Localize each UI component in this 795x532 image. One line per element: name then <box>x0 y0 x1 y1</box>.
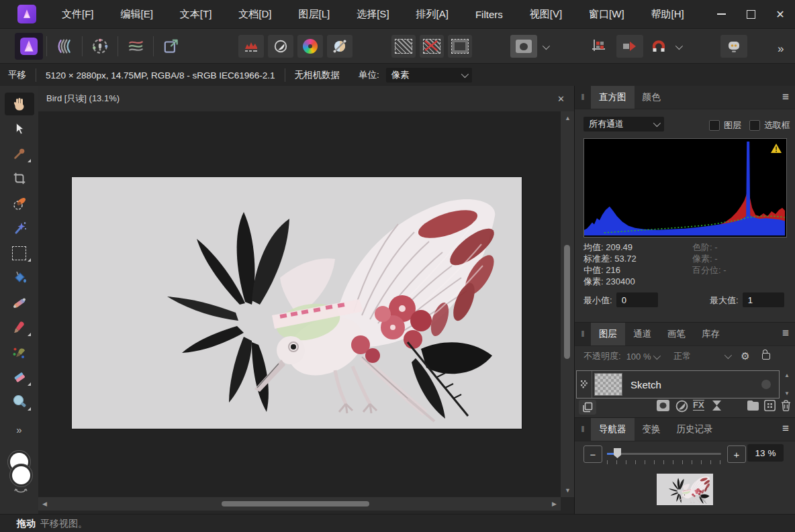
new-layer-button[interactable] <box>764 400 776 411</box>
blend-mode-select[interactable]: 正常 <box>673 350 691 362</box>
scroll-up-icon[interactable]: ▲ <box>565 115 571 121</box>
tab-channels[interactable]: 通道 <box>625 323 659 345</box>
minimize-button[interactable] <box>706 0 736 28</box>
gradient-tool-button[interactable] <box>5 291 34 314</box>
scroll-down-icon[interactable]: ▼ <box>565 487 571 494</box>
tab-color[interactable]: 颜色 <box>635 86 669 109</box>
panel-drag-handle-icon[interactable]: ‖ <box>575 323 591 345</box>
opacity-select[interactable]: 100 % <box>626 352 659 362</box>
tab-stock[interactable]: 库存 <box>694 323 728 345</box>
toolbar-overflow-button[interactable]: » <box>778 42 784 56</box>
layer-thumbnail[interactable] <box>594 373 622 396</box>
select-overlay-button[interactable] <box>391 35 416 58</box>
live-filter-button[interactable] <box>712 400 722 411</box>
channel-select[interactable]: 所有通道 <box>583 117 664 131</box>
zoom-out-button[interactable]: − <box>583 445 602 463</box>
export-persona-button[interactable] <box>157 33 185 60</box>
panel-drag-handle-icon[interactable]: ‖ <box>575 418 591 441</box>
photo-persona-button[interactable] <box>15 33 43 60</box>
zoom-in-button[interactable]: + <box>727 445 746 463</box>
swap-colors-icon[interactable] <box>13 488 29 494</box>
histogram-panel-menu-icon[interactable]: ≡ <box>782 86 789 109</box>
lock-icon[interactable] <box>762 353 770 360</box>
vertical-scrollbar[interactable]: ▲ ▼ <box>561 111 574 497</box>
tab-brushes[interactable]: 画笔 <box>659 323 694 345</box>
menu-edit[interactable]: 编辑[E] <box>107 0 167 28</box>
color-replacement-brush-tool-button[interactable] <box>5 341 34 364</box>
marquee-tool-button[interactable] <box>5 242 34 264</box>
scroll-down-icon[interactable]: ▼ <box>784 390 790 396</box>
canvas-viewport[interactable] <box>38 111 561 497</box>
scroll-up-icon[interactable]: ▲ <box>784 372 790 378</box>
menu-select[interactable]: 选择[S] <box>343 0 402 28</box>
fill-color-swatch[interactable] <box>12 466 30 484</box>
layer-settings-gear-icon[interactable]: ⚙ <box>741 350 749 362</box>
auto-white-balance-button[interactable] <box>327 35 353 58</box>
tone-mapping-persona-button[interactable] <box>122 33 150 60</box>
flood-fill-tool-button[interactable] <box>5 266 34 289</box>
max-input[interactable] <box>743 292 784 307</box>
delete-layer-button[interactable] <box>781 400 791 411</box>
color-picker-tool-button[interactable] <box>5 142 34 165</box>
live-filter-fx-button[interactable]: FX <box>693 400 704 411</box>
tools-overflow-button[interactable]: » <box>16 424 21 435</box>
menu-filters[interactable]: Filters <box>462 0 516 28</box>
navigator-thumbnail[interactable] <box>657 474 713 505</box>
min-input[interactable] <box>616 292 658 307</box>
menu-text[interactable]: 文本[T] <box>167 0 226 28</box>
snapping-button[interactable] <box>647 35 670 58</box>
panel-drag-handle-icon[interactable]: ‖ <box>575 86 591 109</box>
group-layers-button[interactable] <box>747 400 759 411</box>
menu-help[interactable]: 帮助[H] <box>638 0 698 28</box>
document-tab[interactable]: Bird [只读] (13.1%) <box>46 93 120 105</box>
unit-select[interactable]: 像素 <box>386 68 472 83</box>
assistant-button[interactable] <box>720 35 747 58</box>
menu-view[interactable]: 视图[V] <box>516 0 575 28</box>
navigator-panel-menu-icon[interactable]: ≡ <box>782 417 789 440</box>
view-tool-button[interactable] <box>5 93 34 115</box>
maximize-button[interactable] <box>736 0 765 28</box>
erase-tool-button[interactable] <box>5 366 34 388</box>
quick-mask-dropdown[interactable] <box>543 42 548 52</box>
tab-history[interactable]: 历史记录 <box>669 418 721 441</box>
tab-layers[interactable]: 图层 <box>591 323 625 345</box>
transform-origin-button[interactable] <box>586 35 612 58</box>
close-button[interactable]: ✕ <box>765 0 795 28</box>
tab-navigator[interactable]: 导航器 <box>591 418 635 441</box>
scroll-right-icon[interactable]: ▶ <box>552 500 557 507</box>
duplicate-layer-button[interactable] <box>579 400 596 415</box>
menu-arrange[interactable]: 排列[A] <box>403 0 462 28</box>
develop-persona-button[interactable] <box>86 33 114 60</box>
adjustment-layer-button[interactable] <box>675 400 688 413</box>
layers-panel-menu-icon[interactable]: ≡ <box>782 322 789 345</box>
selection-brush-tool-button[interactable] <box>5 192 34 215</box>
horizontal-scrollbar[interactable]: ◀ ▶ <box>38 497 561 511</box>
paint-brush-tool-button[interactable] <box>5 316 34 339</box>
marquee-checkbox[interactable] <box>749 120 760 131</box>
layer-checkbox[interactable] <box>709 120 720 131</box>
menu-layer[interactable]: 图层[L] <box>285 0 344 28</box>
mask-layer-button[interactable] <box>657 400 669 411</box>
warning-icon[interactable] <box>770 143 782 154</box>
move-tool-button[interactable] <box>5 117 34 140</box>
menu-document[interactable]: 文档[D] <box>225 0 285 28</box>
liquify-persona-button[interactable] <box>50 33 79 60</box>
auto-levels-button[interactable] <box>238 35 264 58</box>
tab-histogram[interactable]: 直方图 <box>591 86 635 109</box>
quick-mask-button[interactable] <box>510 35 537 58</box>
horizontal-scrollbar-thumb[interactable] <box>222 501 369 507</box>
selection-border-button[interactable] <box>448 35 472 58</box>
layer-name[interactable]: Sketch <box>630 379 661 390</box>
zoom-value-field[interactable]: 13 % <box>747 444 784 462</box>
scroll-left-icon[interactable]: ◀ <box>42 500 47 507</box>
auto-contrast-button[interactable] <box>268 35 293 58</box>
tab-transform[interactable]: 变换 <box>635 418 669 441</box>
menu-window[interactable]: 窗口[W] <box>575 0 638 28</box>
document-tab-close-button[interactable]: ✕ <box>557 94 565 104</box>
crop-tool-button[interactable] <box>5 167 34 190</box>
move-by-whole-pixels-button[interactable] <box>616 35 643 58</box>
deselect-button[interactable] <box>420 35 444 58</box>
zoom-slider-handle[interactable] <box>614 448 621 458</box>
menu-file[interactable]: 文件[F] <box>48 0 107 28</box>
layer-row[interactable]: Sketch <box>576 370 780 398</box>
